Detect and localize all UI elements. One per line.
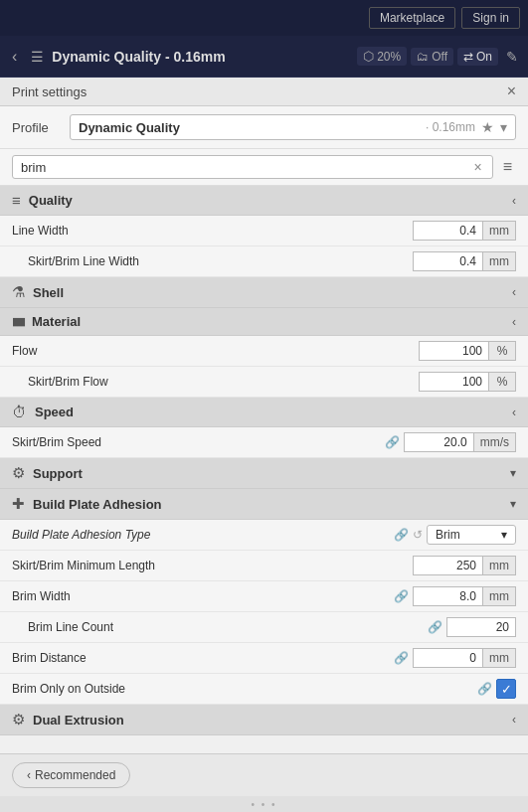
recommended-button[interactable]: ‹ Recommended	[12, 762, 130, 788]
edit-button[interactable]: ✎	[502, 47, 522, 67]
brim-distance-label: Brim Distance	[12, 651, 394, 665]
layer-icon: ⬡	[363, 49, 374, 64]
brim-distance-input[interactable]	[413, 648, 482, 668]
profile-icon: ☰	[31, 49, 44, 65]
skirt-brim-speed-row: Skirt/Brim Speed 🔗 mm/s	[0, 427, 528, 458]
brim-only-outside-link-icon: 🔗	[477, 682, 492, 696]
brim-line-count-input[interactable]	[446, 617, 516, 637]
top-nav: Marketplace Sign in	[0, 0, 528, 36]
search-clear-button[interactable]: ×	[471, 159, 483, 175]
support-section-header[interactable]: ⚙ Support ▾	[0, 458, 528, 489]
skirt-brim-speed-unit: mm/s	[473, 432, 516, 452]
shell-section-header[interactable]: ⚗ Shell ‹	[0, 277, 528, 308]
speed-title: Speed	[35, 405, 512, 419]
search-input-wrap: ×	[12, 155, 493, 179]
brim-width-value-wrap: mm	[413, 586, 516, 606]
support-chevron: ▾	[510, 466, 516, 480]
speed-chevron: ‹	[512, 406, 516, 419]
profile-row: Profile Dynamic Quality · 0.16mm ★ ▾	[0, 106, 528, 149]
main-panel: Print settings × Profile Dynamic Quality…	[0, 78, 528, 812]
skirt-brim-line-width-input[interactable]	[413, 251, 482, 271]
quality-title: Quality	[29, 193, 512, 208]
brim-only-outside-label: Brim Only on Outside	[12, 682, 477, 696]
min-length-input[interactable]	[413, 556, 482, 575]
profile-select[interactable]: Dynamic Quality · 0.16mm ★ ▾	[70, 114, 516, 140]
brim-line-count-value-wrap	[446, 617, 516, 637]
skirt-brim-speed-input[interactable]	[404, 432, 473, 452]
settings-header: Print settings ×	[0, 78, 528, 106]
search-input[interactable]	[21, 160, 471, 175]
adhesion-type-reset-icon[interactable]: ↺	[413, 528, 423, 542]
profile-sub: · 0.16mm	[426, 120, 475, 134]
line-width-row: Line Width mm	[0, 216, 528, 246]
profile-name: Dynamic Quality	[79, 120, 422, 135]
shell-chevron: ‹	[512, 285, 516, 299]
profile-label: Profile	[12, 120, 62, 135]
flow-input[interactable]	[419, 341, 488, 361]
back-button[interactable]: ‹	[6, 44, 23, 70]
support-badge[interactable]: 🗂 Off	[411, 48, 453, 66]
brim-line-count-row: Brim Line Count 🔗	[0, 612, 528, 643]
search-row: × ≡	[0, 149, 528, 186]
skirt-brim-flow-input[interactable]	[419, 372, 488, 392]
spacer	[0, 735, 528, 753]
flow-value-wrap: %	[419, 341, 516, 361]
line-width-input[interactable]	[413, 221, 482, 241]
material-section-header[interactable]: ▮▮▮ Material ‹	[0, 308, 528, 336]
shell-icon: ⚗	[12, 283, 25, 301]
line-width-label: Line Width	[12, 224, 413, 238]
brim-width-row: Brim Width 🔗 mm	[0, 581, 528, 612]
skirt-brim-speed-link-icon: 🔗	[385, 435, 400, 449]
quality-section-header[interactable]: ≡ Quality ‹	[0, 186, 528, 216]
brim-width-input[interactable]	[413, 586, 482, 606]
adhesion-type-dropdown[interactable]: Brim ▾	[427, 525, 516, 545]
bottom-handle: • • •	[0, 796, 528, 812]
brim-width-link-icon: 🔗	[394, 589, 409, 603]
brim-line-count-label: Brim Line Count	[28, 620, 428, 634]
speed-section-header[interactable]: ⏱ Speed ‹	[0, 398, 528, 427]
layer-badge[interactable]: ⬡ 20%	[357, 47, 407, 66]
support-icon: 🗂	[417, 50, 429, 64]
skirt-brim-line-width-value-wrap: mm	[413, 251, 516, 271]
speed-icon: ⏱	[12, 404, 27, 420]
skirt-brim-flow-row: Skirt/Brim Flow %	[0, 367, 528, 398]
star-icon[interactable]: ★	[481, 119, 494, 135]
build-plate-chevron: ▾	[510, 497, 516, 511]
quality-chevron: ‹	[512, 194, 516, 208]
skirt-brim-flow-unit: %	[488, 372, 516, 392]
toolbar-title: Dynamic Quality - 0.16mm	[52, 49, 349, 65]
brim-only-outside-row: Brim Only on Outside 🔗 ✓	[0, 674, 528, 705]
signin-button[interactable]: Sign in	[461, 7, 520, 29]
dual-extrusion-chevron: ‹	[512, 713, 516, 727]
chevron-down-icon[interactable]: ▾	[500, 119, 507, 135]
line-width-unit: mm	[482, 221, 516, 241]
min-length-label: Skirt/Brim Minimum Length	[12, 559, 413, 572]
skirt-brim-flow-value-wrap: %	[419, 372, 516, 392]
bottom-handle-dots: • • •	[251, 799, 276, 810]
settings-close-button[interactable]: ×	[507, 83, 516, 99]
adhesion-type-label: Build Plate Adhesion Type	[12, 528, 394, 542]
flow-row: Flow %	[0, 336, 528, 367]
brim-line-count-link-icon: 🔗	[428, 620, 442, 634]
speed-badge[interactable]: ⇄ On	[457, 48, 498, 66]
search-menu-button[interactable]: ≡	[499, 156, 516, 178]
flow-label: Flow	[12, 344, 419, 358]
brim-width-label: Brim Width	[12, 589, 394, 603]
marketplace-button[interactable]: Marketplace	[369, 7, 455, 29]
min-length-value-wrap: mm	[413, 556, 516, 575]
dual-extrusion-title: Dual Extrusion	[33, 713, 512, 728]
quality-icon: ≡	[12, 192, 21, 209]
skirt-brim-speed-value-wrap: mm/s	[404, 432, 516, 452]
brim-distance-unit: mm	[482, 648, 516, 668]
brim-only-outside-checkbox[interactable]: ✓	[496, 679, 516, 699]
recommended-label: Recommended	[35, 768, 115, 782]
settings-title: Print settings	[12, 84, 87, 99]
build-plate-section-header[interactable]: ✚ Build Plate Adhesion ▾	[0, 489, 528, 520]
skirt-brim-line-width-label: Skirt/Brim Line Width	[28, 254, 413, 268]
brim-distance-row: Brim Distance 🔗 mm	[0, 643, 528, 674]
brim-distance-link-icon: 🔗	[394, 651, 409, 665]
adhesion-type-row: Build Plate Adhesion Type 🔗 ↺ Brim ▾	[0, 520, 528, 551]
flow-unit: %	[488, 341, 516, 361]
dual-extrusion-section-header[interactable]: ⚙ Dual Extrusion ‹	[0, 705, 528, 735]
toolbar-badges: ⬡ 20% 🗂 Off ⇄ On ✎	[357, 47, 522, 67]
